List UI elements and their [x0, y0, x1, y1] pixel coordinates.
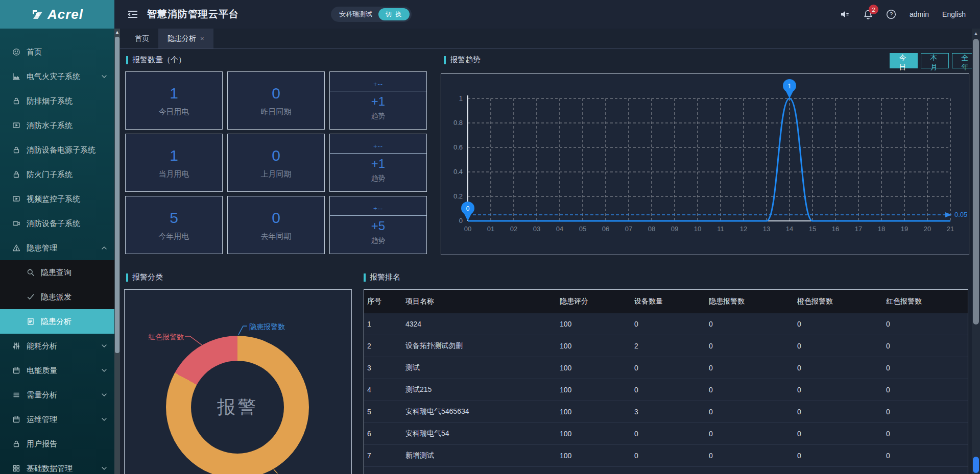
table-row[interactable]: 6安科瑞电气541000000: [364, 423, 968, 445]
column-header: 项目名称: [405, 297, 560, 306]
table-row[interactable]: 3测试1000000: [364, 357, 968, 379]
alarm-ranking-title: 报警排名: [364, 272, 400, 282]
table-row[interactable]: 4测试2151000000: [364, 379, 968, 401]
stat-value: 1: [170, 147, 178, 164]
svg-text:01: 01: [487, 225, 494, 233]
project-name: 安科瑞测试: [339, 10, 372, 19]
top-header: Acrel 智慧消防管理云平台 安科瑞测试 切 换: [0, 0, 980, 29]
notification-badge: 2: [869, 5, 878, 14]
sidebar-item-消防设备子系统[interactable]: 消防设备子系统: [0, 211, 114, 236]
svg-text:02: 02: [510, 225, 517, 233]
sidebar-submenu: 隐患查询隐患派发隐患分析: [0, 260, 114, 334]
user-menu[interactable]: admin: [910, 10, 929, 18]
title-accent-bar: [444, 56, 446, 64]
sidebar-item-label: 电气火灾子系统: [27, 72, 100, 82]
speaker-icon[interactable]: [840, 10, 850, 19]
switch-project-button[interactable]: 切 换: [378, 8, 410, 20]
sidebar-item-消防水子系统[interactable]: 消防水子系统: [0, 113, 114, 138]
stat-value: 5: [170, 209, 178, 227]
sidebar-item-label: 隐患派发: [41, 292, 108, 302]
alarm-trend-title: 报警趋势: [444, 55, 481, 65]
table-row[interactable]: 2设备拓扑测试勿删1002000: [364, 335, 968, 357]
menu-fold-icon[interactable]: [128, 10, 138, 18]
table-cell: 5: [367, 408, 405, 416]
sidebar-item-视频监控子系统[interactable]: 视频监控子系统: [0, 187, 114, 211]
tab-隐患分析[interactable]: 隐患分析×: [158, 29, 213, 48]
trend-symbol: +--: [373, 205, 383, 212]
alarm-stat-card: 0去年同期: [227, 196, 325, 254]
table-cell: 2: [367, 342, 405, 350]
svg-text:07: 07: [625, 225, 632, 233]
page-scrollbar[interactable]: ▲: [972, 29, 980, 474]
sidebar-item-电能质量[interactable]: 电能质量: [0, 358, 114, 383]
language-switch[interactable]: English: [942, 10, 966, 18]
table-row[interactable]: 143241000000: [364, 313, 968, 335]
notifications-bell-icon[interactable]: 2: [864, 9, 873, 19]
alarm-category-panel: 报警 隐患报警数 红色报警数: [124, 289, 352, 474]
help-icon[interactable]: ?: [886, 9, 896, 19]
alarm-stat-card: 0上月同期: [227, 134, 325, 192]
sidebar-item-label: 消防设备子系统: [27, 219, 108, 229]
sidebar-item-防火门子系统[interactable]: 防火门子系统: [0, 162, 114, 187]
alarm-trend-card: +--+1趋势: [329, 134, 427, 192]
table-cell: 0: [709, 364, 797, 372]
sidebar-item-消防设备电源子系统[interactable]: 消防设备电源子系统: [0, 138, 114, 162]
sidebar-scroll-up-icon[interactable]: ▲: [114, 29, 120, 36]
range-button-本月[interactable]: 本月: [921, 53, 949, 68]
table-row[interactable]: 7新增测试1000000: [364, 445, 968, 467]
table-row[interactable]: 5安科瑞电气54656341003000: [364, 401, 968, 423]
svg-text:21: 21: [947, 225, 954, 233]
trend-symbol: +--: [373, 80, 383, 88]
page-scroll-thumb[interactable]: [973, 39, 979, 325]
table-cell: 0: [709, 342, 797, 350]
sidebar-item-隐患分析[interactable]: 隐患分析: [0, 309, 114, 334]
alarm-count-title-text: 报警数量（个）: [132, 55, 186, 65]
sidebar-item-用户报告[interactable]: 用户报告: [0, 432, 114, 456]
lock-icon: [12, 97, 20, 105]
sidebar-item-隐患派发[interactable]: 隐患派发: [0, 285, 114, 309]
warning-icon: [12, 244, 20, 252]
smiley-icon: [12, 48, 20, 56]
table-cell: 100: [560, 408, 634, 416]
table-cell: 新增测试: [405, 451, 560, 460]
page-scroll-thumb-blue[interactable]: [973, 457, 979, 473]
alarm-stat-card: 1当月用电: [125, 134, 223, 192]
svg-text:18: 18: [878, 225, 885, 233]
sidebar-item-隐患管理[interactable]: 隐患管理: [0, 236, 114, 260]
sidebar-scroll-thumb[interactable]: [115, 37, 119, 353]
sidebar-item-需量分析[interactable]: 需量分析: [0, 383, 114, 407]
help-glyph: ?: [890, 11, 893, 17]
sidebar-item-能耗分析[interactable]: 能耗分析: [0, 334, 114, 358]
sidebar-item-首页[interactable]: 首页: [0, 40, 114, 64]
tab-close-icon[interactable]: ×: [200, 35, 204, 42]
sidebar-item-label: 基础数据管理: [27, 464, 100, 473]
stat-label: 上月同期: [261, 169, 292, 179]
column-header: 橙色报警数: [797, 297, 886, 306]
tab-首页[interactable]: 首页: [126, 29, 158, 48]
donut-label-red-alarms: 红色报警数: [135, 333, 184, 342]
sidebar-item-隐患查询[interactable]: 隐患查询: [0, 260, 114, 285]
table-cell: 0: [709, 408, 797, 416]
table-cell: 100: [560, 364, 634, 372]
sidebar-item-label: 电能质量: [27, 366, 100, 376]
alarm-stat-card: 1今日用电: [125, 71, 223, 130]
sidebar-item-运维管理[interactable]: 运维管理: [0, 407, 114, 432]
sidebar-item-电气火灾子系统[interactable]: 电气火灾子系统: [0, 64, 114, 89]
stat-value: 0: [272, 85, 280, 102]
sidebar-item-防排烟子系统[interactable]: 防排烟子系统: [0, 89, 114, 113]
sidebar-item-label: 用户报告: [27, 439, 108, 449]
svg-text:0.05: 0.05: [954, 211, 967, 218]
monitor-icon: [12, 195, 20, 203]
column-header: 序号: [367, 297, 405, 306]
table-cell: 3: [367, 364, 405, 372]
table-cell: 100: [560, 430, 634, 438]
sidebar-item-基础数据管理[interactable]: 基础数据管理: [0, 456, 114, 474]
page-scroll-up-icon[interactable]: ▲: [972, 31, 980, 36]
trend-label: 趋势: [371, 236, 386, 245]
table-cell: 0: [886, 452, 968, 460]
range-button-今日[interactable]: 今日: [890, 53, 918, 68]
table-cell: 0: [634, 364, 709, 372]
title-accent-bar: [126, 273, 128, 282]
sidebar-scrollbar[interactable]: ▲: [114, 29, 120, 474]
table-cell: 设备拓扑测试勿删: [405, 341, 560, 351]
